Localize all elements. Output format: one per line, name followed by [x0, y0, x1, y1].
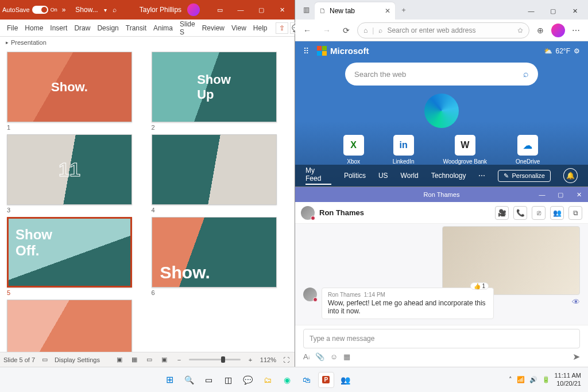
quick-link-onedrive[interactable]: ☁OneDrive — [516, 135, 540, 165]
maximize-button[interactable]: ▢ — [542, 2, 564, 20]
store-button[interactable]: 🛍 — [299, 372, 315, 388]
back-button[interactable]: ← — [299, 22, 316, 39]
gif-icon[interactable]: ▦ — [343, 352, 350, 361]
start-button[interactable]: ⊞ — [162, 372, 178, 388]
minimize-button[interactable]: — — [520, 2, 542, 20]
browser-tab[interactable]: 🗋 New tab ✕ — [315, 2, 395, 20]
clock[interactable]: 11:11 AM 10/20/21 — [555, 372, 581, 387]
autosave-toggle[interactable]: AutoSave On — [2, 6, 57, 14]
audio-call-button[interactable]: 📞 — [513, 206, 527, 220]
teams-button[interactable]: 👥 — [338, 372, 354, 388]
close-button[interactable]: ✕ — [570, 187, 588, 202]
share-button[interactable]: ⇪ — [276, 22, 288, 34]
quick-link-xbox[interactable]: XXbox — [343, 135, 364, 165]
sorter-view-icon[interactable]: ▦ — [129, 355, 140, 365]
zoom-out-button[interactable]: − — [174, 355, 184, 365]
display-settings-label[interactable]: Display Settings — [55, 356, 100, 363]
slide-thumb[interactable] — [152, 134, 277, 205]
search-button[interactable]: 🔍 — [181, 372, 198, 388]
message-input[interactable]: Type a new message — [303, 329, 580, 348]
task-view-button[interactable]: ▭ — [201, 372, 217, 388]
image-message[interactable] — [442, 226, 580, 295]
collections-icon[interactable]: ⊕ — [532, 22, 549, 39]
panel-heading[interactable]: ▸Presentation — [0, 37, 295, 48]
web-search-input[interactable]: Search the web ⌕ — [345, 63, 538, 86]
zoom-in-button[interactable]: + — [245, 355, 256, 365]
contact-avatar[interactable] — [301, 206, 315, 220]
quick-link-linkedin[interactable]: inLinkedIn — [393, 135, 415, 165]
normal-view-icon[interactable]: ▣ — [114, 355, 125, 365]
attach-icon[interactable]: 📎 — [315, 352, 324, 361]
feed-tab-politics[interactable]: Politics — [344, 172, 366, 180]
zoom-level[interactable]: 112% — [260, 356, 276, 363]
send-button[interactable]: ➤ — [572, 351, 580, 362]
maximize-button[interactable]: ▢ — [251, 2, 272, 18]
menu-icon[interactable]: ⋯ — [567, 22, 585, 39]
chat-button[interactable]: 💬 — [240, 372, 256, 388]
settings-icon[interactable]: ⚙ — [574, 47, 580, 55]
slide-thumb[interactable]: Show. — [7, 52, 132, 122]
search-icon[interactable]: ⌕ — [113, 6, 117, 14]
favorite-icon[interactable]: ✩ — [517, 26, 523, 34]
system-tray[interactable]: ˄ 📶 🔊 🔋 11:11 AM 10/20/21 — [509, 372, 581, 387]
profile-avatar[interactable] — [551, 24, 565, 37]
close-button[interactable]: ✕ — [564, 2, 586, 20]
video-call-button[interactable]: 🎥 — [495, 206, 509, 220]
slideshow-view-icon[interactable]: ▣ — [159, 355, 169, 365]
wifi-icon[interactable]: 📶 — [517, 376, 525, 383]
reaction-badge[interactable]: 👍 1 — [470, 282, 489, 290]
tab-actions-icon[interactable]: ▥ — [297, 0, 315, 20]
tab-draw[interactable]: Draw — [71, 24, 94, 32]
share-screen-button[interactable]: ⎚ — [532, 206, 546, 220]
volume-icon[interactable]: 🔊 — [529, 376, 537, 383]
feed-tab-myfeed[interactable]: My Feed — [305, 166, 331, 185]
document-title[interactable]: Show... — [75, 6, 98, 14]
fit-button[interactable]: ⛶ — [281, 355, 291, 365]
new-tab-button[interactable]: ＋ — [395, 0, 412, 20]
display-settings-icon[interactable]: ▭ — [40, 355, 50, 365]
tab-insert[interactable]: Insert — [47, 24, 71, 32]
weather-temp[interactable]: 62°F — [556, 47, 570, 55]
microsoft-logo[interactable]: Microsoft — [317, 46, 369, 56]
minimize-button[interactable]: — — [230, 2, 251, 18]
sender-avatar[interactable] — [303, 288, 317, 301]
message-bubble[interactable]: 👍 1 Ron Thames 1:14 PM Wow, perfect! Let… — [322, 288, 494, 319]
close-button[interactable]: ✕ — [272, 2, 292, 18]
address-bar[interactable]: ⌂ | ⌕ Search or enter web address ✩ — [357, 22, 529, 38]
minimize-button[interactable]: — — [533, 187, 551, 202]
zoom-slider[interactable] — [189, 359, 241, 360]
apps-grid-icon[interactable]: ⠿ — [303, 46, 309, 56]
tab-animations[interactable]: Anima — [150, 24, 176, 32]
add-people-button[interactable]: 👥 — [550, 206, 564, 220]
tab-help[interactable]: Help — [250, 24, 271, 32]
quick-link-woodgrove[interactable]: WWoodgrove Bank — [443, 135, 488, 165]
tab-home[interactable]: Home — [21, 24, 47, 32]
widgets-button[interactable]: ◫ — [220, 372, 237, 388]
emoji-icon[interactable]: ☺ — [330, 352, 338, 361]
popout-button[interactable]: ⧉ — [568, 206, 582, 220]
edge-button[interactable]: ◉ — [279, 372, 295, 388]
notifications-icon[interactable]: 🔔 — [563, 168, 578, 183]
forward-button[interactable]: → — [318, 22, 335, 39]
personalize-button[interactable]: ✎Personalize — [498, 170, 550, 182]
slide-thumb[interactable] — [7, 300, 132, 352]
powerpoint-button[interactable]: P — [318, 372, 334, 388]
slide-thumb-selected[interactable]: Show Off. — [7, 217, 132, 288]
battery-icon[interactable]: 🔋 — [542, 376, 550, 383]
feed-tab-world[interactable]: World — [401, 172, 419, 180]
chevron-up-icon[interactable]: ˄ — [509, 376, 512, 383]
slide-thumb[interactable]: 11 — [7, 134, 132, 205]
tab-design[interactable]: Design — [94, 24, 122, 32]
explorer-button[interactable]: 🗂 — [260, 372, 276, 388]
feed-tab-us[interactable]: US — [378, 172, 388, 180]
tab-review[interactable]: Review — [199, 24, 228, 32]
tab-transitions[interactable]: Transit — [122, 24, 150, 32]
tab-file[interactable]: File — [3, 24, 21, 32]
more-icon[interactable]: » — [62, 6, 66, 14]
refresh-button[interactable]: ⟳ — [338, 22, 355, 39]
slide-thumb[interactable]: Show. — [152, 217, 277, 288]
format-icon[interactable]: Aᵢ — [303, 352, 310, 361]
avatar[interactable] — [187, 3, 200, 16]
feed-tab-technology[interactable]: Technology — [431, 172, 466, 180]
tab-view[interactable]: View — [228, 24, 250, 32]
